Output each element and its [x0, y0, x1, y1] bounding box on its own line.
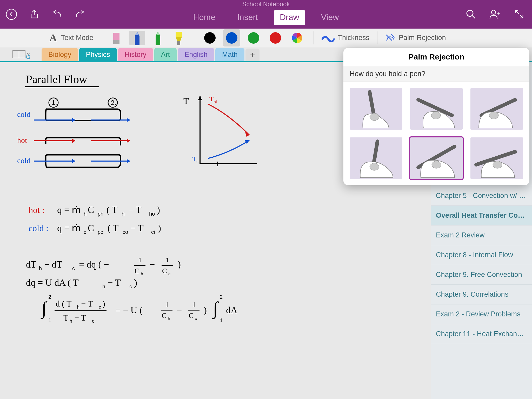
svg-text:h: h	[168, 316, 170, 321]
svg-text:): )	[102, 299, 105, 308]
svg-rect-4	[113, 40, 119, 44]
section-tab-history[interactable]: History	[118, 48, 153, 61]
color-red[interactable]	[270, 32, 281, 44]
pen-green-tool[interactable]	[150, 31, 166, 45]
share-icon[interactable]	[28, 8, 41, 21]
pen-blue-tool[interactable]	[129, 31, 145, 45]
grip-option-1[interactable]	[350, 88, 402, 130]
tab-draw[interactable]: Draw	[274, 10, 305, 25]
section-biology[interactable]: Biology	[42, 48, 78, 61]
search-icon[interactable]	[465, 8, 477, 21]
svg-text:c: c	[99, 304, 101, 310]
app-header: School Notebook Home Insert Draw View	[0, 0, 532, 29]
svg-text:−: −	[177, 305, 182, 315]
svg-rect-3	[113, 33, 119, 40]
svg-text:): )	[178, 259, 181, 270]
svg-text:d ( T: d ( T	[56, 299, 72, 308]
svg-text:1: 1	[220, 317, 223, 323]
svg-text:h: h	[141, 272, 143, 276]
svg-text:∫: ∫	[41, 298, 48, 319]
section-tab-art[interactable]: Art	[154, 48, 177, 61]
svg-text:dA: dA	[226, 305, 237, 315]
color-black[interactable]	[204, 32, 216, 44]
svg-text:1: 1	[48, 317, 51, 323]
grip-option-3[interactable]	[470, 88, 523, 130]
svg-text:q =  ṁ: q = ṁ	[57, 223, 81, 233]
grip-option-5-selected[interactable]	[410, 137, 463, 179]
add-section-button[interactable]: +	[245, 49, 260, 61]
tab-home[interactable]: Home	[188, 10, 221, 25]
svg-text:h: h	[70, 318, 72, 324]
page-item[interactable]: Chapter 9. Correlations	[431, 285, 532, 304]
popover-subtitle: How do you hold a pen?	[343, 66, 529, 82]
text-mode-button[interactable]: A Text Mode	[49, 32, 93, 44]
redo-icon[interactable]	[74, 8, 86, 21]
svg-text:c: c	[195, 316, 197, 321]
section-tab-math[interactable]: Math	[215, 48, 244, 61]
svg-text:1.: 1.	[51, 99, 57, 107]
svg-text:2.: 2.	[111, 99, 116, 107]
page-item[interactable]: Chapter 11 - Heat Exchangers	[431, 324, 532, 344]
svg-text:ph: ph	[98, 211, 103, 217]
svg-point-96	[370, 163, 379, 170]
section-tab-english[interactable]: English	[178, 48, 214, 61]
svg-text:C: C	[135, 267, 139, 275]
back-icon[interactable]	[5, 8, 18, 21]
text-mode-label: Text Mode	[61, 34, 94, 42]
svg-text:( T: ( T	[107, 205, 117, 215]
svg-text:C: C	[162, 311, 167, 320]
tab-view[interactable]: View	[315, 10, 345, 25]
svg-point-1	[467, 10, 473, 16]
svg-text:h: h	[39, 265, 42, 271]
svg-text:c: c	[72, 265, 75, 271]
header-left-icons	[0, 8, 86, 21]
color-green[interactable]	[248, 32, 259, 44]
palm-rejection-button[interactable]: Palm Rejection	[385, 33, 446, 43]
svg-text:): )	[134, 277, 137, 288]
svg-text:1: 1	[192, 301, 196, 309]
fullscreen-icon[interactable]	[513, 8, 526, 21]
svg-text:T: T	[183, 96, 189, 106]
svg-text:c: c	[84, 229, 86, 235]
grip-option-6[interactable]	[470, 137, 523, 179]
grip-option-2[interactable]	[410, 88, 463, 130]
svg-text:c: c	[129, 284, 132, 289]
section-physics[interactable]: Physics	[79, 48, 117, 61]
page-item[interactable]: Exam 2 Review	[431, 225, 532, 245]
svg-text:hi: hi	[122, 211, 126, 217]
page-item[interactable]: Exam 2 - Review Problems	[431, 304, 532, 324]
eraser-tool[interactable]	[108, 31, 124, 45]
notebook-dropdown-icon[interactable]	[0, 47, 42, 61]
tab-insert[interactable]: Insert	[231, 10, 264, 25]
svg-text:−  dT: − dT	[44, 259, 62, 270]
svg-text:−: −	[150, 259, 155, 270]
undo-icon[interactable]	[51, 8, 63, 21]
thickness-button[interactable]: Thickness	[322, 34, 369, 42]
svg-text:hi: hi	[214, 100, 217, 104]
svg-text:h: h	[102, 284, 105, 289]
thickness-label: Thickness	[338, 34, 369, 42]
palm-icon	[385, 33, 396, 43]
svg-text:hot :: hot :	[29, 205, 44, 215]
page-item[interactable]: Chapter 8 - Internal Flow	[431, 245, 532, 265]
svg-text:=   − U  (: = − U (	[115, 305, 143, 315]
color-blue[interactable]	[226, 32, 237, 44]
svg-text:1: 1	[165, 301, 169, 309]
color-wheel-icon[interactable]	[289, 29, 306, 46]
highlighter-tool[interactable]	[171, 31, 187, 45]
page-item[interactable]: Chapter 9. Free Convection	[431, 265, 532, 285]
page-item-current[interactable]: Overall Heat Transfer Coe…	[431, 206, 532, 225]
svg-text:c: c	[92, 318, 94, 324]
svg-text:hot: hot	[17, 136, 27, 144]
add-person-icon[interactable]	[489, 8, 501, 21]
svg-text:): )	[158, 223, 161, 233]
page-item[interactable]: Chapter 5 - Convection w/ Int…	[431, 186, 532, 206]
svg-text:=   dq  ( −: = dq ( −	[79, 259, 109, 270]
svg-text:− T: − T	[74, 313, 86, 322]
svg-text:C: C	[88, 223, 94, 233]
svg-text:cold :: cold :	[29, 223, 48, 233]
svg-text:− T: − T	[81, 299, 93, 308]
svg-text:1: 1	[166, 256, 169, 264]
grip-option-4[interactable]	[350, 137, 402, 179]
svg-text:C: C	[162, 267, 167, 275]
